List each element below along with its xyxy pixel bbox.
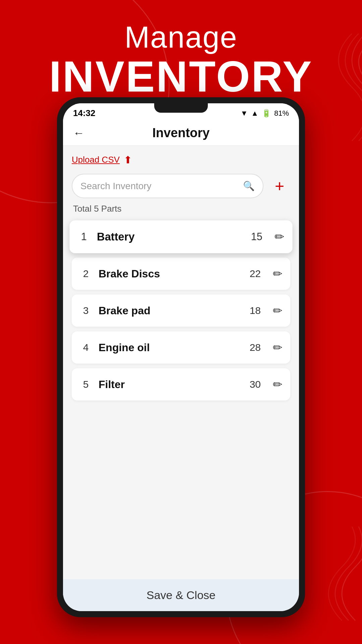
item-name-2: Brake Discs bbox=[99, 268, 243, 280]
phone-mockup: 14:32 ▼ ▲ 🔋 81% ← Inventory Upload CSV ⬆ bbox=[57, 97, 305, 617]
search-icon: 🔍 bbox=[243, 180, 255, 192]
battery-icon: 🔋 bbox=[262, 109, 271, 118]
inventory-item: 5 Filter 30 ✏ bbox=[72, 368, 290, 400]
item-qty-2: 22 bbox=[250, 268, 261, 279]
manage-label: Manage bbox=[0, 20, 362, 55]
phone-shell: 14:32 ▼ ▲ 🔋 81% ← Inventory Upload CSV ⬆ bbox=[57, 97, 305, 617]
item-name-5: Filter bbox=[99, 378, 243, 391]
item-edit-button-2[interactable]: ✏ bbox=[273, 267, 282, 280]
item-name-1: Battery bbox=[97, 230, 244, 243]
item-name-4: Engine oil bbox=[99, 341, 243, 354]
item-qty-1: 15 bbox=[251, 231, 262, 243]
total-parts-label: Total 5 Parts bbox=[72, 204, 290, 214]
upload-row: Upload CSV ⬆ bbox=[72, 153, 290, 167]
main-content: Upload CSV ⬆ Search Inventory 🔍 + Total … bbox=[63, 146, 299, 579]
inventory-item: 4 Engine oil 28 ✏ bbox=[72, 331, 290, 364]
item-qty-3: 18 bbox=[250, 305, 261, 316]
item-edit-button-4[interactable]: ✏ bbox=[273, 341, 282, 354]
phone-screen: 14:32 ▼ ▲ 🔋 81% ← Inventory Upload CSV ⬆ bbox=[63, 103, 299, 611]
status-time: 14:32 bbox=[73, 108, 96, 118]
inventory-big-label: INVENTORY bbox=[0, 55, 362, 98]
battery-percent: 81% bbox=[274, 109, 289, 118]
back-button[interactable]: ← bbox=[73, 126, 84, 140]
add-button[interactable]: + bbox=[269, 175, 290, 197]
upload-icon[interactable]: ⬆ bbox=[124, 154, 132, 166]
item-number-3: 3 bbox=[80, 305, 92, 316]
inventory-item: 3 Brake pad 18 ✏ bbox=[72, 294, 290, 327]
item-number-4: 4 bbox=[80, 342, 92, 353]
item-name-3: Brake pad bbox=[99, 305, 243, 317]
item-number-1: 1 bbox=[78, 231, 90, 243]
item-number-5: 5 bbox=[80, 379, 92, 390]
save-close-button[interactable]: Save & Close bbox=[146, 589, 216, 602]
wifi-icon: ▼ bbox=[240, 109, 248, 118]
inventory-list: 1 Battery 15 ✏ 2 Brake Discs 22 ✏ 3 Brak… bbox=[72, 221, 290, 400]
nav-bar: ← Inventory bbox=[63, 121, 299, 146]
item-edit-button-1[interactable]: ✏ bbox=[275, 230, 284, 244]
search-row: Search Inventory 🔍 + bbox=[72, 174, 290, 198]
status-icons: ▼ ▲ 🔋 81% bbox=[240, 109, 289, 118]
item-edit-button-5[interactable]: ✏ bbox=[273, 378, 282, 391]
item-qty-4: 28 bbox=[250, 342, 261, 353]
upload-csv-link[interactable]: Upload CSV bbox=[72, 155, 120, 165]
bottom-bar: Save & Close bbox=[63, 579, 299, 611]
search-box[interactable]: Search Inventory 🔍 bbox=[72, 174, 263, 198]
item-edit-button-3[interactable]: ✏ bbox=[273, 304, 282, 317]
item-qty-5: 30 bbox=[250, 379, 261, 390]
item-number-2: 2 bbox=[80, 268, 92, 279]
signal-icon: ▲ bbox=[251, 109, 258, 118]
search-placeholder: Search Inventory bbox=[80, 181, 152, 192]
phone-notch bbox=[154, 103, 208, 113]
inventory-item: 1 Battery 15 ✏ bbox=[69, 220, 292, 253]
inventory-item: 2 Brake Discs 22 ✏ bbox=[72, 258, 290, 290]
nav-title: Inventory bbox=[152, 126, 209, 140]
page-header: Manage INVENTORY bbox=[0, 20, 362, 98]
